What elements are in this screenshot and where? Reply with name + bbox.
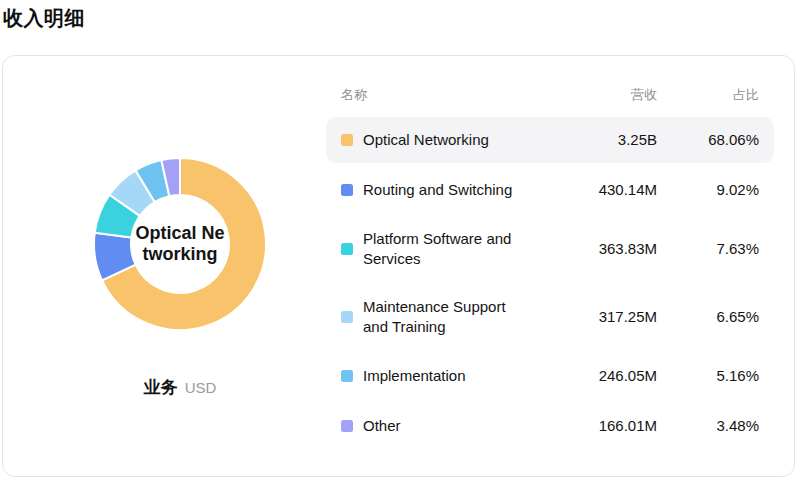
series-color-swatch [341, 134, 353, 146]
series-share: 7.63% [657, 239, 759, 259]
donut-chart-pane: Optical Ne tworking 业务USD [3, 56, 326, 476]
donut-chart: Optical Ne tworking [85, 149, 275, 339]
table-header-row: 名称 营收 占比 [326, 86, 774, 104]
series-label: Platform Software and Services [363, 229, 531, 269]
table-row[interactable]: Other 166.01M 3.48% [326, 403, 774, 449]
series-revenue: 3.25B [531, 130, 657, 150]
series-color-swatch [341, 184, 353, 196]
revenue-card: Optical Ne tworking 业务USD 名称 营收 占比 Optic… [2, 55, 795, 477]
series-revenue: 246.05M [531, 366, 657, 386]
series-share: 3.48% [657, 416, 759, 436]
series-color-swatch [341, 370, 353, 382]
series-share: 5.16% [657, 366, 759, 386]
series-color-swatch [341, 420, 353, 432]
table-row[interactable]: Implementation 246.05M 5.16% [326, 353, 774, 399]
table-header-share: 占比 [657, 86, 759, 104]
series-color-swatch [341, 243, 353, 255]
table-row[interactable]: Routing and Switching 430.14M 9.02% [326, 167, 774, 213]
series-label: Other [363, 416, 531, 436]
series-revenue: 430.14M [531, 180, 657, 200]
series-label: Routing and Switching [363, 180, 531, 200]
series-share: 9.02% [657, 180, 759, 200]
donut-chart-svg [85, 149, 275, 339]
table-header-name: 名称 [341, 86, 531, 104]
series-revenue: 166.01M [531, 416, 657, 436]
chart-footer-label: 业务 [144, 378, 178, 397]
table-row[interactable]: Maintenance Support and Training 317.25M… [326, 285, 774, 349]
series-revenue: 317.25M [531, 307, 657, 327]
table-body: Optical Networking 3.25B 68.06% Routing … [326, 117, 774, 449]
series-share: 68.06% [657, 130, 759, 150]
series-label: Maintenance Support and Training [363, 297, 531, 337]
table-row[interactable]: Optical Networking 3.25B 68.06% [326, 117, 774, 163]
revenue-table: 名称 营收 占比 Optical Networking 3.25B 68.06%… [326, 56, 794, 476]
series-label: Optical Networking [363, 130, 531, 150]
series-label: Implementation [363, 366, 531, 386]
table-row[interactable]: Platform Software and Services 363.83M 7… [326, 217, 774, 281]
chart-footer: 业务USD [85, 376, 275, 399]
series-share: 6.65% [657, 307, 759, 327]
page-title: 收入明细 [3, 5, 85, 32]
chart-footer-unit: USD [185, 379, 217, 396]
series-color-swatch [341, 311, 353, 323]
revenue-breakdown-page: 收入明细 Optical Ne tworking 业务USD 名称 营收 占比 … [0, 0, 800, 482]
series-revenue: 363.83M [531, 239, 657, 259]
table-header-revenue: 营收 [531, 86, 657, 104]
